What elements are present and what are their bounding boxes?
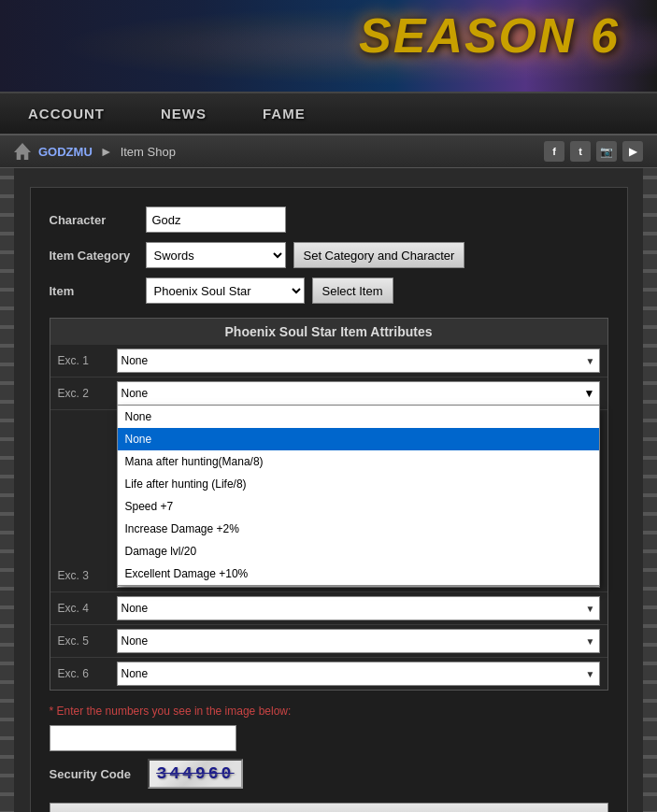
item-select[interactable]: Phoenix Soul Star: [146, 278, 305, 304]
attributes-header: Phoenix Soul Star Item Attributes: [50, 319, 607, 345]
select-item-button[interactable]: Select Item: [312, 278, 393, 304]
twitter-icon[interactable]: t: [570, 141, 591, 162]
item-category-select[interactable]: Swords Axes Bows Staffs Shields Helmets …: [146, 242, 286, 268]
exc-2-option-increase-dmg[interactable]: Increase Damage +2%: [118, 518, 599, 540]
item-row: Item Phoenix Soul Star Select Item: [50, 278, 608, 304]
top-banner: SEASON 6: [0, 0, 657, 93]
exc-1-label: Exc. 1: [58, 354, 109, 367]
captcha-image: 344960: [148, 759, 244, 789]
nav-fame[interactable]: FAME: [263, 106, 306, 121]
exc-2-select-display[interactable]: None ▼: [117, 381, 600, 406]
security-row: Security Code 344960: [50, 759, 608, 789]
left-chain-decor: [0, 168, 14, 812]
nav-account[interactable]: ACCOUNT: [28, 106, 105, 121]
exc-2-option-none1[interactable]: None: [118, 406, 599, 428]
create-item-button[interactable]: Create Item: [50, 803, 608, 812]
character-input[interactable]: [146, 207, 286, 233]
character-label: Character: [50, 213, 138, 227]
item-category-label: Item Category: [50, 249, 138, 263]
exc-6-label: Exc. 6: [58, 667, 109, 680]
item-category-row: Item Category Swords Axes Bows Staffs Sh…: [50, 242, 608, 268]
nav-bar: ACCOUNT NEWS FAME: [0, 93, 657, 135]
exc-4-select[interactable]: None Mana after hunting(Mana/8) Life aft…: [117, 596, 600, 620]
instagram-icon[interactable]: 📷: [596, 141, 617, 162]
exc-2-selected-value: None: [121, 387, 149, 400]
exc-6-select[interactable]: None Mana after hunting(Mana/8) Life aft…: [117, 662, 600, 686]
nav-news[interactable]: NEWS: [161, 106, 207, 121]
set-category-button[interactable]: Set Category and Character: [293, 242, 465, 268]
exc-1-select[interactable]: None Mana after hunting(Mana/8) Life aft…: [117, 349, 600, 373]
breadcrumb-arrow: ►: [100, 144, 113, 159]
social-links: f t 📷 ▶: [544, 141, 643, 162]
exc-6-select-wrapper: None Mana after hunting(Mana/8) Life aft…: [117, 662, 600, 686]
exc-2-option-none2[interactable]: None: [118, 428, 599, 450]
exc-2-dropdown-container: None ▼ None None Mana after hunting(Mana…: [117, 381, 600, 406]
exc-5-label: Exc. 5: [58, 634, 109, 648]
exc-2-row: Exc. 2 None ▼ None None Mana after hunti…: [50, 378, 607, 410]
exc-1-select-wrapper: None Mana after hunting(Mana/8) Life aft…: [117, 349, 600, 373]
main-inner: Character Item Category Swords Axes Bows…: [30, 187, 628, 812]
exc-6-row: Exc. 6 None Mana after hunting(Mana/8) L…: [50, 658, 607, 690]
exc-5-row: Exc. 5 None Mana after hunting(Mana/8) L…: [50, 625, 607, 658]
season-label: SEASON 6: [359, 7, 620, 64]
exc-2-option-speed[interactable]: Speed +7: [118, 495, 599, 518]
exc-2-option-dmg-lvl[interactable]: Damage lvl/20: [118, 540, 599, 563]
exc-1-row: Exc. 1 None Mana after hunting(Mana/8) L…: [50, 345, 607, 378]
exc-2-arrow-icon: ▼: [584, 387, 595, 400]
security-note: * Enter the numbers you see in the image…: [50, 705, 608, 718]
exc-4-label: Exc. 4: [58, 602, 109, 615]
home-icon[interactable]: [14, 143, 31, 160]
exc-5-select-wrapper: None Mana after hunting(Mana/8) Life aft…: [117, 629, 600, 653]
security-section: * Enter the numbers you see in the image…: [50, 705, 608, 812]
exc-2-label: Exc. 2: [58, 387, 109, 400]
breadcrumb-current-page: Item Shop: [121, 145, 176, 159]
exc-4-select-wrapper: None Mana after hunting(Mana/8) Life aft…: [117, 596, 600, 620]
exc-4-row: Exc. 4 None Mana after hunting(Mana/8) L…: [50, 592, 607, 625]
item-label: Item: [50, 284, 138, 298]
attributes-section: Phoenix Soul Star Item Attributes Exc. 1…: [50, 318, 608, 691]
exc-2-option-life[interactable]: Life after hunting (Life/8): [118, 473, 599, 495]
breadcrumb-bar: GODZMU ► Item Shop f t 📷 ▶: [0, 135, 657, 168]
main-content: Character Item Category Swords Axes Bows…: [0, 168, 657, 812]
facebook-icon[interactable]: f: [544, 141, 564, 162]
exc-2-dropdown-list: None None Mana after hunting(Mana/8) Lif…: [117, 406, 600, 586]
youtube-icon[interactable]: ▶: [622, 141, 643, 162]
exc-2-option-excellent-dmg[interactable]: Excellent Damage +10%: [118, 563, 599, 585]
right-chain-decor: [643, 168, 657, 812]
exc-2-option-mana[interactable]: Mana after hunting(Mana/8): [118, 450, 599, 473]
captcha-input[interactable]: [50, 725, 236, 751]
security-label: Security Code: [50, 767, 138, 781]
character-row: Character: [50, 207, 608, 233]
breadcrumb-site-link[interactable]: GODZMU: [38, 145, 93, 159]
exc-5-select[interactable]: None Mana after hunting(Mana/8) Life aft…: [117, 629, 600, 653]
exc-3-label: Exc. 3: [58, 569, 109, 582]
